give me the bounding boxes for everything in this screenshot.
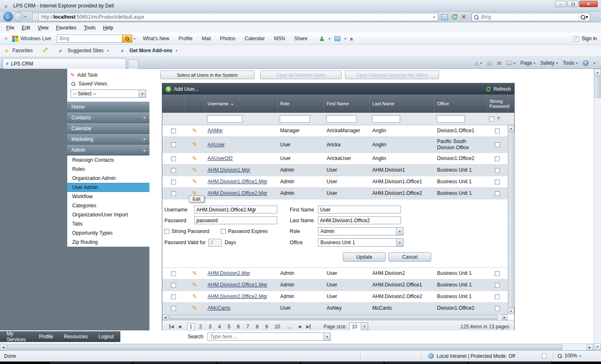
page-horizontal-scrollbar[interactable]: ◀ ▶: [0, 343, 594, 350]
read-mail-icon[interactable]: [497, 60, 501, 66]
username-link[interactable]: AHM.Division1.Office1.Mgr: [208, 179, 267, 185]
username-field[interactable]: [194, 206, 277, 214]
row-checkbox[interactable]: [171, 129, 176, 133]
add-to-favorites-icon[interactable]: [42, 48, 47, 54]
chevron-down-icon[interactable]: [139, 90, 146, 97]
row-checkbox[interactable]: [171, 294, 176, 299]
username-link[interactable]: AHM.Division2.Office2.Mgr: [208, 294, 267, 300]
page-number-button[interactable]: 1: [187, 323, 194, 330]
grid-horizontal-scrollbar[interactable]: ◀ ▶: [162, 314, 508, 320]
header-office[interactable]: Office: [435, 95, 487, 113]
saved-views-select[interactable]: -- Select --: [71, 90, 146, 98]
strong-password-checkbox[interactable]: [495, 271, 500, 276]
header-role[interactable]: Role: [278, 95, 324, 113]
chevron-down-icon[interactable]: [323, 333, 330, 340]
edit-pencil-icon[interactable]: [192, 141, 197, 148]
office-select[interactable]: Business Unit 1: [318, 238, 403, 247]
strong-password-checkbox[interactable]: [495, 142, 500, 147]
select-all-users-button[interactable]: Select all Users in the System: [160, 70, 254, 79]
chevron-down-icon[interactable]: [396, 239, 403, 246]
menu-item[interactable]: Tools: [80, 24, 99, 32]
chevron-down-icon[interactable]: ▾: [594, 61, 595, 65]
first-name-field[interactable]: [318, 206, 401, 214]
forward-button[interactable]: [14, 12, 23, 22]
refresh-button[interactable]: [451, 13, 458, 22]
header-strong-password[interactable]: Strong Password: [487, 95, 508, 113]
header-last-name[interactable]: Last Name: [370, 95, 435, 113]
header-username[interactable]: Username: [205, 95, 278, 113]
scrollbar-thumb[interactable]: [508, 132, 515, 308]
browser-vertical-scrollbar[interactable]: ▲ ▼: [594, 69, 601, 350]
page-number-button[interactable]: 5: [226, 323, 232, 330]
admin-menu-item[interactable]: Zip Routing: [67, 238, 149, 247]
strong-password-checkbox[interactable]: [495, 156, 500, 161]
compatibility-status-icon[interactable]: [542, 353, 547, 359]
edit-pencil-icon[interactable]: [192, 305, 197, 312]
footer-link[interactable]: Profile: [39, 334, 53, 340]
footer-link[interactable]: Logout: [98, 334, 114, 340]
edit-pencil-icon[interactable]: [192, 178, 197, 186]
live-toolbar-link[interactable]: Calendar: [244, 36, 265, 41]
scrollbar-thumb[interactable]: [594, 76, 601, 98]
row-checkbox[interactable]: [171, 191, 176, 196]
admin-menu-item[interactable]: Reassign Contacts: [67, 155, 149, 165]
sidebar-nav-item[interactable]: Home: [67, 102, 149, 112]
row-checkbox[interactable]: [171, 306, 176, 311]
cancel-button[interactable]: Cancel: [388, 252, 431, 262]
scroll-up-icon[interactable]: ▲: [508, 125, 514, 131]
admin-menu-item[interactable]: Workflow: [67, 192, 149, 201]
row-checkbox[interactable]: [171, 180, 176, 184]
menu-item[interactable]: Help: [99, 24, 117, 32]
scrollbar-thumb[interactable]: [7, 345, 562, 350]
strong-password-checkbox[interactable]: [495, 180, 500, 184]
page-size-select[interactable]: 10: [349, 323, 368, 331]
filter-strong-password-checkbox[interactable]: [489, 116, 494, 121]
page-number-button[interactable]: 9: [264, 323, 270, 330]
favorites-star-icon[interactable]: [4, 48, 9, 54]
address-input[interactable]: http://localhost:50651/mcProduct/default…: [32, 13, 438, 21]
update-button[interactable]: Update: [343, 252, 386, 262]
filter-username-input[interactable]: [207, 115, 242, 123]
page-number-button[interactable]: ...: [285, 323, 293, 330]
username-link[interactable]: AMcCants: [208, 305, 230, 311]
scroll-down-icon[interactable]: ▼: [508, 308, 514, 314]
first-page-button[interactable]: [169, 324, 174, 329]
live-toolbar-link[interactable]: Photos: [220, 36, 235, 41]
menu-item[interactable]: Favorites: [52, 24, 80, 32]
scroll-left-icon[interactable]: ◀: [0, 344, 7, 350]
strong-password-checkbox[interactable]: [495, 294, 500, 299]
search-go-icon[interactable]: [580, 15, 586, 20]
add-user-button[interactable]: Add User...: [174, 86, 198, 92]
strong-password-checkbox[interactable]: [495, 129, 500, 133]
feeds-icon[interactable]: [487, 61, 492, 66]
edit-pencil-icon[interactable]: [192, 270, 197, 277]
page-number-button[interactable]: 3: [207, 323, 213, 330]
suggested-sites-button[interactable]: Suggested Sites: [67, 48, 103, 53]
scrollbar-thumb[interactable]: [169, 315, 498, 320]
zoom-control[interactable]: 100% ▾: [557, 353, 581, 359]
sign-in-link[interactable]: Sign in: [581, 36, 597, 41]
sidebar-nav-item[interactable]: Admin ▴: [67, 145, 149, 155]
live-search-dropdown-icon[interactable]: ▾: [134, 37, 135, 41]
row-checkbox[interactable]: [171, 271, 176, 276]
username-link[interactable]: AHM.Division2.Office1.Mgr: [208, 282, 267, 288]
username-link[interactable]: AHM.Division2.Mgr: [208, 270, 250, 277]
edit-pencil-icon[interactable]: [192, 167, 197, 174]
role-select[interactable]: Admin: [318, 227, 403, 235]
minimize-button[interactable]: [555, 1, 567, 7]
search-options-dropdown-icon[interactable]: ▾: [586, 14, 588, 20]
row-checkbox[interactable]: [171, 142, 176, 147]
username-link[interactable]: AAUserOf2: [208, 155, 233, 162]
page-menu-button[interactable]: Page▾: [520, 60, 535, 66]
row-checkbox[interactable]: [171, 283, 176, 288]
username-link[interactable]: AHM.Division1.Mgr: [208, 167, 250, 173]
footer-search-input[interactable]: [208, 334, 323, 340]
address-dropdown-icon[interactable]: ▾: [432, 15, 436, 19]
footer-link[interactable]: Resources: [64, 334, 88, 340]
filter-office-input[interactable]: [437, 115, 465, 123]
strong-password-checkbox[interactable]: [495, 283, 500, 288]
menu-item[interactable]: View: [34, 24, 52, 32]
safety-menu-button[interactable]: Safety▾: [540, 60, 558, 66]
sidebar-nav-item[interactable]: Marketing ▾: [67, 134, 149, 145]
edit-pencil-icon[interactable]: [192, 281, 197, 289]
